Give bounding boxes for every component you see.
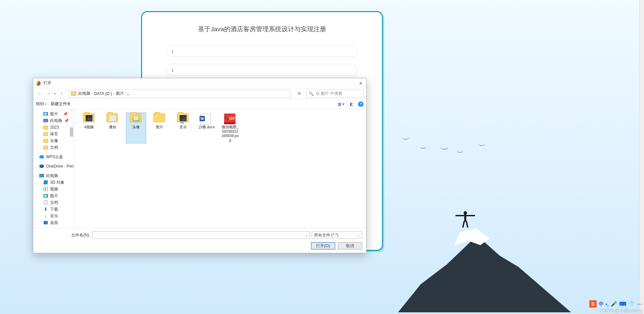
tree-item[interactable]: OneDrive - Pers… [33, 163, 74, 170]
file-open-dialog: 打开 × ← → ▾ ↑ 此电脑 › DATA (D:) › 图片 › ⌄ ⟳ … [33, 78, 367, 253]
tree-item[interactable]: 体育 [33, 131, 74, 137]
up-button[interactable]: ↑ [58, 90, 65, 97]
tree-item[interactable]: ⬇下载 [33, 206, 74, 213]
password-field[interactable]: 1 [166, 64, 358, 76]
tree-item[interactable]: WPS云盘 [33, 153, 74, 160]
help-button[interactable]: ? [358, 101, 363, 107]
doc-icon [43, 200, 48, 205]
svg-point-0 [464, 211, 467, 215]
new-folder-button[interactable]: 新建文件夹 [51, 101, 71, 107]
tree-item-label: 此电脑 [46, 173, 58, 179]
history-dropdown[interactable]: ▾ [53, 92, 56, 95]
chevron-down-icon[interactable]: ⌄ [305, 233, 308, 237]
file-item[interactable]: 音乐 [173, 113, 193, 143]
open-button[interactable]: 打开(O) [311, 242, 335, 250]
page-scrollbar[interactable] [639, 0, 644, 314]
file-item[interactable]: 通知 [102, 113, 123, 143]
username-value: 1 [171, 49, 174, 54]
file-label: 4视频 [84, 125, 94, 129]
folder-icon [177, 114, 188, 122]
ime-voice-button[interactable]: 🎤 [611, 301, 617, 307]
video-icon [43, 187, 48, 191]
chevron-right-icon: › [92, 92, 93, 95]
bird-icon: ︶ [420, 144, 427, 152]
tree-item[interactable]: 视频 [33, 186, 74, 192]
path-box[interactable]: 此电脑 › DATA (D:) › 图片 › ⌄ [69, 90, 291, 98]
breadcrumb[interactable]: DATA (D:) [94, 91, 112, 96]
file-item[interactable]: 图片 [149, 113, 170, 143]
file-label: 沙糖.docx [199, 125, 215, 129]
word-doc-icon [201, 114, 211, 125]
ime-keyboard-button[interactable]: ⌨ [619, 301, 627, 307]
tree-item[interactable]: 2023 [33, 124, 74, 131]
tree-item[interactable]: 图片📌 [33, 110, 74, 117]
tree-item-label: 图片 [50, 111, 58, 117]
refresh-button[interactable]: ⟳ [296, 91, 303, 96]
search-input[interactable]: 🔍 在 图片 中搜索 [306, 90, 363, 98]
drive-icon [43, 227, 48, 228]
bird-icon: ︶ [478, 142, 486, 150]
tree-item[interactable]: 文档 [33, 199, 74, 206]
file-list[interactable]: ↖ 4视频通知头像图片音乐沙糖.docx📞119微信截图_20230312165… [74, 109, 366, 228]
folder-icon [43, 145, 48, 150]
cancel-button[interactable]: 取消 [338, 242, 362, 250]
preview-pane-button[interactable]: ◧ [349, 102, 354, 106]
tree-item[interactable]: 此电脑 [33, 172, 74, 179]
folder-icon [106, 114, 118, 122]
tree-scrollbar[interactable]: ⌃ [69, 109, 74, 228]
ime-toolbar[interactable]: S 中 •, 🎤 ⌨ 👕 ⋯ [587, 300, 644, 308]
folder-icon [154, 114, 165, 122]
tree-item[interactable]: OS (C:) [33, 226, 74, 228]
tree-item[interactable]: 3D 对象 [33, 179, 74, 186]
cloud-icon [39, 154, 44, 159]
tree-item-label: 音乐 [50, 213, 58, 219]
folder-icon [71, 91, 76, 96]
dialog-title: 打开 [43, 80, 358, 86]
view-options-button[interactable]: ▦ ▾ [337, 102, 345, 106]
ime-more-button[interactable]: ⋯ [637, 301, 642, 307]
filename-input[interactable]: ⌄ [92, 231, 310, 239]
path-dropdown[interactable]: ⌄ [126, 91, 130, 96]
tree-item-label: 下载 [50, 207, 58, 212]
search-icon: 🔍 [309, 91, 314, 96]
tree-item[interactable]: 头像 [33, 137, 74, 144]
breadcrumb[interactable]: 图片 [116, 91, 124, 96]
close-button[interactable]: × [358, 80, 363, 86]
tree-item-label: 体育 [50, 131, 58, 137]
file-item[interactable]: 沙糖.docx [197, 113, 217, 143]
svg-rect-2 [456, 215, 475, 216]
forward-button[interactable]: → [45, 90, 52, 97]
tree-item[interactable]: 此电脑📌 [33, 117, 74, 124]
folder-icon [43, 138, 48, 143]
breadcrumb[interactable]: 此电脑 [78, 91, 90, 96]
tree-item[interactable]: 图片 [33, 192, 74, 199]
file-label: 微信截图_20230312165559.png [221, 125, 239, 142]
organize-button[interactable]: 组织 [36, 101, 47, 107]
tree-item-label: WPS云盘 [46, 154, 63, 160]
file-item[interactable]: 4视频 [79, 113, 99, 143]
folder-tree[interactable]: ⌃ 图片📌此电脑📌2023体育头像文档WPS云盘OneDrive - Pers…… [33, 109, 74, 228]
ime-punct-button[interactable]: •, [606, 301, 609, 307]
tree-item-label: 桌面 [50, 220, 58, 226]
folder-icon [130, 114, 141, 122]
tree-item-label: OS (C:) [50, 227, 64, 228]
tree-item-label: 图片 [50, 193, 58, 199]
tree-item-label: 3D 对象 [50, 180, 65, 185]
chevron-down-icon[interactable]: ⌄ [357, 233, 360, 237]
ime-lang-button[interactable]: 中 [599, 301, 604, 307]
back-button[interactable]: ← [36, 90, 43, 97]
file-item[interactable]: 头像 [126, 113, 146, 143]
person-silhouette-decoration [454, 209, 477, 232]
file-item[interactable]: 📞119微信截图_20230312165559.png [220, 113, 240, 143]
username-field[interactable]: 1 [166, 45, 358, 57]
folder-icon [83, 114, 94, 122]
3d-icon [43, 180, 48, 185]
file-type-filter[interactable]: 所有文件 (*.*) ⌄ [312, 231, 362, 239]
sogou-ime-icon[interactable]: S [589, 300, 597, 308]
tree-item[interactable]: 桌面 [33, 219, 74, 226]
tree-item[interactable]: ♪音乐 [33, 213, 74, 219]
ime-skin-button[interactable]: 👕 [629, 301, 635, 307]
tree-item-label: 此电脑 [50, 118, 62, 124]
file-label: 头像 [132, 125, 140, 129]
tree-item[interactable]: 文档 [33, 144, 74, 151]
